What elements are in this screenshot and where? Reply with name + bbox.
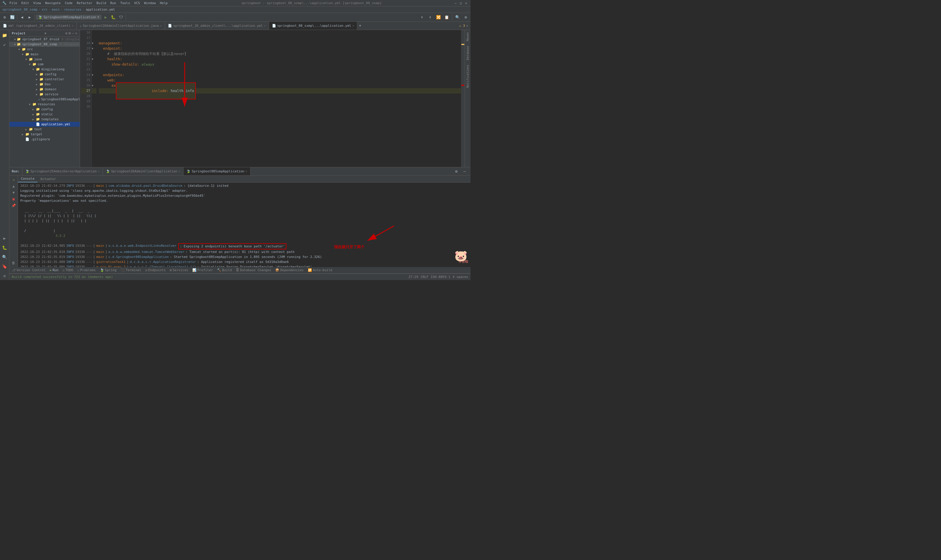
services-tab[interactable]: ⊞ Services [169,268,190,272]
path-src[interactable]: src [42,8,48,11]
tab-xml-close[interactable]: × [72,24,74,27]
run-config-selector[interactable]: 🍃 Springboot08SsmpApplication ▼ [36,15,101,20]
tree-item-main[interactable]: ▼ 📁 main [9,52,80,57]
run-icon-left[interactable]: ▶ [1,234,9,242]
tree-item-test[interactable]: ▶ 📁 test [9,127,80,132]
run-minimize-icon[interactable]: — [461,168,468,175]
tree-item-com[interactable]: ▼ 📁 com [9,62,80,67]
run-settings-icon[interactable]: ⚙ [453,168,460,175]
path-main[interactable]: main [52,8,60,11]
dependencies-tab[interactable]: 📦 Dependencies [274,268,304,272]
tree-item-config2[interactable]: ▶ 📁 config [9,107,80,112]
close-button[interactable]: ✕ [464,1,468,5]
debug-button[interactable]: 🐛 [110,14,117,21]
bookmarks-icon[interactable]: 🔖 [1,262,9,271]
toolbar-back[interactable]: ◀ [18,14,26,21]
scroll-up-button[interactable]: ▲ [11,183,17,189]
tree-item-config[interactable]: ▶ 📁 config [9,72,80,77]
terminal-tab[interactable]: ⬛ Terminal [119,268,142,272]
tree-item-target[interactable]: ▶ 📁 target [9,132,80,137]
database-tab[interactable]: Database [466,43,470,62]
todo-tab[interactable]: ☑ TODO [62,268,74,272]
tree-item-java[interactable]: ▼ 📁 java [9,57,80,62]
problems-tab[interactable]: ⚠ Problems [76,268,97,272]
toolbar-git[interactable]: ⬆ [418,14,426,21]
menu-edit[interactable]: Edit [20,1,31,5]
tab-yml-active[interactable]: 📄 springboot_08_ssmp\...\application.yml… [269,22,358,30]
toolbar-git2[interactable]: ⬇ [427,14,434,21]
db-changes-tab[interactable]: 🗄 Database Changes [235,268,272,272]
endpoints-tab[interactable]: ◎ Endpoints [144,268,167,272]
code-content[interactable]: management: endpoint: # 健康指标的所有明细给不给看【默认… [97,30,464,167]
commit-icon[interactable]: ✔ [1,41,9,49]
position-indicator[interactable]: 27:29 [409,275,418,279]
version-control-tab[interactable]: ⎇ Version Control [11,268,47,272]
menu-file[interactable]: File [8,1,19,5]
maximize-button[interactable]: □ [459,1,463,5]
run-button[interactable]: ▶ [102,14,109,21]
run-tab-25[interactable]: 🍃 Springboot25AdminServerApplication × [22,167,103,175]
toolbar-forward[interactable]: ▶ [26,14,33,21]
spring-tab[interactable]: 🍃 Spring [99,268,118,272]
debug-icon-left[interactable]: 🐛 [1,243,9,252]
toolbar-gear[interactable]: ⚙ [462,14,469,21]
menu-navigate[interactable]: Navigate [43,1,63,5]
run-tab-26-close[interactable]: × [178,170,180,173]
maven-tab[interactable]: Maven [466,30,470,43]
tree-item-gitignore[interactable]: · 📄 .gitignore [9,137,80,142]
tab-yml2-close[interactable]: × [264,24,266,27]
menu-view[interactable]: View [31,1,43,5]
tree-item-07[interactable]: ▼ 📁 springboot_07_druid D:\DingJiaxiong\… [9,37,80,42]
auto-build-tab[interactable]: 🔁 Auto-build [307,268,334,272]
toolbar-search[interactable]: 🔍 [454,14,461,21]
run-tab-08[interactable]: 🍃 Springboot08SsmpApplication × [183,167,251,175]
run-tab-08-close[interactable]: × [246,170,247,173]
clear-console-button[interactable]: 🗑 [11,260,17,266]
encoding-indicator[interactable]: ISO-8859-1 [431,275,450,279]
menu-help[interactable]: Help [158,1,170,5]
tree-item-domain[interactable]: ▶ 📁 domain [9,87,80,92]
tree-item-app-class[interactable]: · ☕ Springboot08SsmpApplication [9,97,80,102]
notifications-tab[interactable]: Notifications [466,62,470,90]
run-tab-26[interactable]: 🍃 Springboot26AdminClientApplication × [103,167,183,175]
tab-more[interactable]: ▼ [357,22,363,30]
tab-java[interactable]: ☕ Springboot26AdminClientApplication.jav… [77,22,165,30]
menu-code[interactable]: Code [63,1,74,5]
spaces-indicator[interactable]: 4 spaces [452,275,468,279]
tree-item-dingjiaxiong[interactable]: ▼ 📁 dingjiaxiong [9,67,80,72]
path-resources[interactable]: resources [64,8,81,11]
sidebar-dropdown[interactable]: ▼ [45,32,46,35]
menu-tools[interactable]: Tools [118,1,132,5]
menu-vcs[interactable]: VCS [132,1,142,5]
path-project[interactable]: springboot_08_ssmp [2,8,37,11]
tab-xml[interactable]: 📄 xml (springboot_26_admin_client) × [0,22,77,30]
toolbar-git4[interactable]: 📋 [443,14,450,21]
path-file[interactable]: application.yml [86,8,115,11]
tree-item-08[interactable]: ▼ 📁 springboot_08_ssmp D:\DingJiaxiong\I… [9,42,80,47]
toolbar-settings[interactable]: ⚙ [1,14,8,21]
tree-item-service[interactable]: ▶ 📁 service [9,92,80,97]
menu-window[interactable]: Window [142,1,158,5]
run-tab-bottom[interactable]: ▶ Run [49,268,60,272]
minimize-button[interactable]: — [454,1,458,5]
tree-item-src[interactable]: ▼ 📁 src [9,47,80,52]
crlf-indicator[interactable]: CRLF [421,275,429,279]
tree-item-controller[interactable]: ▶ 📁 controller [9,77,80,82]
console-tab-console[interactable]: Console [18,175,37,182]
restart-button[interactable]: ↺ [11,177,17,183]
tab-java-close[interactable]: × [160,24,162,27]
menu-build[interactable]: Build [95,1,108,5]
tree-item-dao[interactable]: ▶ 📁 Dao [9,82,80,87]
sidebar-close-icon[interactable]: ✕ [75,31,77,35]
console-output[interactable]: 2022-10-23 21:02:34.279 INFO 19336 --- [… [18,183,470,267]
tree-item-templates[interactable]: ▶ 📁 templates [9,117,80,122]
tab-yml-active-close[interactable]: × [352,24,354,27]
console-tab-actuator[interactable]: Actuator [37,175,59,182]
menu-refactor[interactable]: Refactor [75,1,94,5]
tree-item-yml[interactable]: · 📄 application.yml [9,122,80,127]
tab-yml2[interactable]: 📄 springboot_26_admin_client\...\applica… [165,22,269,30]
run-tab-25-close[interactable]: × [98,170,100,173]
stop-button[interactable]: ■ [11,196,17,202]
pin-button[interactable]: 📌 [11,203,17,209]
toolbar-git3[interactable]: 🔀 [435,14,442,21]
